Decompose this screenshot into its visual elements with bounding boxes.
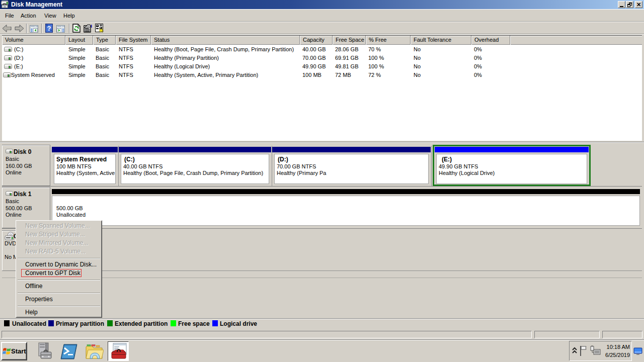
svg-text:?: ? xyxy=(47,25,51,32)
